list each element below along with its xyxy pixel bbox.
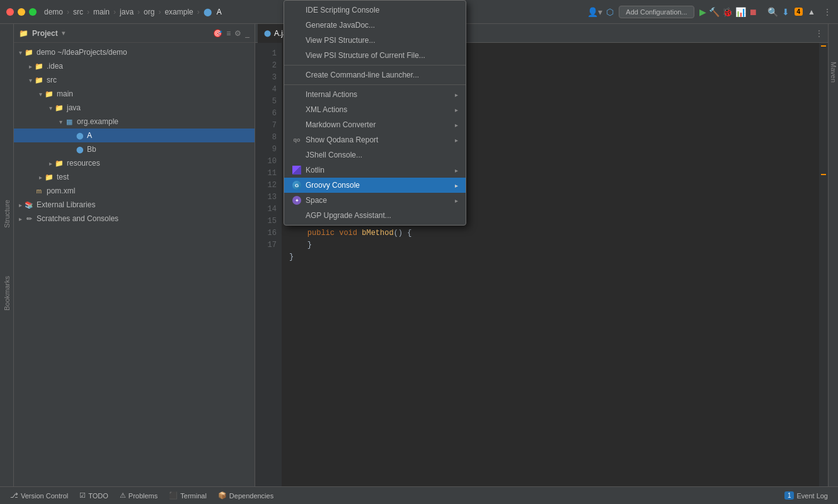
arrow-icon: ▸ <box>26 63 34 70</box>
locate-icon[interactable]: 🎯 <box>213 29 222 38</box>
split-options-icon[interactable]: ⋮ <box>815 29 823 38</box>
menu-item-view-psi[interactable]: View PSI Structure... <box>284 33 466 48</box>
collapse-all-icon[interactable]: ≡ <box>226 29 231 38</box>
user-icon[interactable]: 👤▾ <box>587 7 602 17</box>
maximize-button[interactable] <box>29 8 37 16</box>
tree-item-test[interactable]: ▸ 📁 test <box>14 170 255 184</box>
menu-item-label: JShell Console... <box>306 151 458 159</box>
version-control-tab[interactable]: ⎇ Version Control <box>5 490 73 501</box>
tree-item-src[interactable]: ▾ 📁 src <box>14 73 255 87</box>
folder-icon: 📁 <box>19 29 28 38</box>
menu-item-xml-actions[interactable]: XML Actions ▸ <box>284 102 466 117</box>
options-icon[interactable]: ⚙ <box>234 29 241 38</box>
terminal-tab[interactable]: ⬛ Terminal <box>164 490 212 501</box>
right-panel: Maven <box>828 24 838 486</box>
vcs-icon[interactable]: ⬡ <box>606 7 614 17</box>
tree-item-idea[interactable]: ▸ 📁 .idea <box>14 59 255 73</box>
close-button[interactable] <box>6 8 14 16</box>
project-label: Project <box>32 29 58 38</box>
tree-item-label: test <box>57 173 69 181</box>
menu-item-view-psi-file[interactable]: View PSI Structure of Current File... <box>284 48 466 63</box>
sidebar-header-icons: 🎯 ≡ ⚙ _ <box>213 29 250 38</box>
tree-item-label: Scratches and Consoles <box>37 214 118 223</box>
build-icon[interactable]: 🔨 <box>709 7 720 17</box>
markdown-icon <box>292 120 302 130</box>
launcher-icon <box>292 70 302 80</box>
maven-panel-label[interactable]: Maven <box>830 62 837 83</box>
tree-item-label: A <box>87 131 92 140</box>
tree-item-demo[interactable]: ▾ 📁 demo ~/IdeaProjects/demo <box>14 45 255 59</box>
menu-item-internal-actions[interactable]: Internal Actions ▸ <box>284 87 466 102</box>
tree-item-external-libs[interactable]: ▸ 📚 External Libraries <box>14 198 255 212</box>
tree-item-label: src <box>47 76 57 84</box>
todo-tab[interactable]: ☑ TODO <box>74 490 113 501</box>
menu-item-agp[interactable]: AGP Upgrade Assistant... <box>284 208 466 223</box>
jshell-icon <box>292 150 302 160</box>
agp-icon <box>292 210 302 220</box>
tree-item-label: pom.xml <box>47 186 75 195</box>
arrow-icon: ▸ <box>16 202 24 209</box>
arrow-icon: ▸ <box>26 188 34 195</box>
menu-item-kotlin[interactable]: Kotlin ▸ <box>284 163 466 178</box>
submenu-arrow-icon: ▸ <box>455 167 458 174</box>
event-log-badge: 1 <box>784 491 795 500</box>
tree-item-main[interactable]: ▾ 📁 main <box>14 87 255 101</box>
menu-item-label: Generate JavaDoc... <box>306 21 458 30</box>
tree-item-A[interactable]: ▸ ⬤ A <box>14 129 255 142</box>
arrow-icon: ▸ <box>37 174 44 181</box>
breadcrumb: demo › src › main › java › org › example… <box>44 8 222 16</box>
tree-item-resources[interactable]: ▸ 📁 resources <box>14 156 255 170</box>
tree-item-label: java <box>67 103 81 112</box>
arrow-icon: ▾ <box>47 105 54 112</box>
folder-icon: 📁 <box>54 158 64 168</box>
tree-item-label: demo ~/IdeaProjects/demo <box>37 48 127 57</box>
menu-item-ide-scripting[interactable]: IDE Scripting Console <box>284 3 466 18</box>
update-icon[interactable]: ⬇ <box>782 7 789 17</box>
structure-panel-label[interactable]: Structure <box>1 195 13 233</box>
menu-item-qodana[interactable]: qo Show Qodana Report ▸ <box>284 132 466 147</box>
git-icon: ⎇ <box>10 491 18 500</box>
java-class-icon: ⬤ <box>74 144 84 154</box>
internal-actions-icon <box>292 89 302 100</box>
menu-item-label: Groovy Console <box>306 181 451 190</box>
warning-icon: ⚠ <box>120 491 126 500</box>
dependencies-tab[interactable]: 📦 Dependencies <box>213 490 278 501</box>
event-log-tab[interactable]: 1 Event Log <box>779 490 833 501</box>
tree-item-Bb[interactable]: ▸ ⬤ Bb <box>14 142 255 156</box>
tree-item-org-example[interactable]: ▾ ▦ org.example <box>14 115 255 129</box>
expand-icon[interactable]: ▲ <box>808 8 815 16</box>
menu-item-create-launcher[interactable]: Create Command-line Launcher... <box>284 67 466 83</box>
menu-item-space[interactable]: ✦ Space ▸ <box>284 193 466 208</box>
menu-item-markdown[interactable]: Markdown Converter ▸ <box>284 117 466 132</box>
scratches-icon: ✏ <box>24 214 34 224</box>
search-icon[interactable]: 🔍 <box>767 7 778 17</box>
tree-item-label: .idea <box>47 62 63 71</box>
menu-separator-1 <box>284 65 466 66</box>
todo-icon: ☑ <box>79 491 86 500</box>
sidebar-header: 📁 Project ▾ 🎯 ≡ ⚙ _ <box>14 24 255 43</box>
more-options-icon[interactable]: ⋮ <box>823 7 832 17</box>
tree-item-scratches[interactable]: ▸ ✏ Scratches and Consoles <box>14 212 255 226</box>
tree-item-pom[interactable]: ▸ m pom.xml <box>14 184 255 198</box>
minimize-button[interactable] <box>18 8 25 16</box>
debug-icon[interactable]: 🐞 <box>722 7 733 17</box>
stop-icon[interactable]: ⏹ <box>749 7 757 17</box>
left-panel-labels: Structure Bookmarks <box>0 24 14 486</box>
menu-item-groovy[interactable]: G Groovy Console ▸ <box>284 178 466 193</box>
problems-tab[interactable]: ⚠ Problems <box>115 490 163 501</box>
profile-icon[interactable]: 📊 <box>735 7 746 17</box>
add-configuration-button[interactable]: Add Configuration... <box>619 6 694 18</box>
bookmarks-panel-label[interactable]: Bookmarks <box>1 271 13 316</box>
chevron-down-icon[interactable]: ▾ <box>62 30 65 37</box>
menu-item-jshell[interactable]: JShell Console... <box>284 147 466 163</box>
tree-item-label: Bb <box>87 145 96 154</box>
minimize-icon[interactable]: _ <box>245 29 250 38</box>
tree-item-java[interactable]: ▾ 📁 java <box>14 101 255 115</box>
ide-scripting-icon <box>292 5 302 15</box>
run-icon[interactable]: ▶ <box>699 7 706 17</box>
run-icons: ▶ 🔨 🐞 📊 ⏹ <box>699 7 757 17</box>
tree-item-label: main <box>57 89 73 98</box>
tab-label: TODO <box>88 492 108 500</box>
menu-item-generate-javadoc[interactable]: Generate JavaDoc... <box>284 18 466 33</box>
tab-label: Terminal <box>180 492 207 500</box>
